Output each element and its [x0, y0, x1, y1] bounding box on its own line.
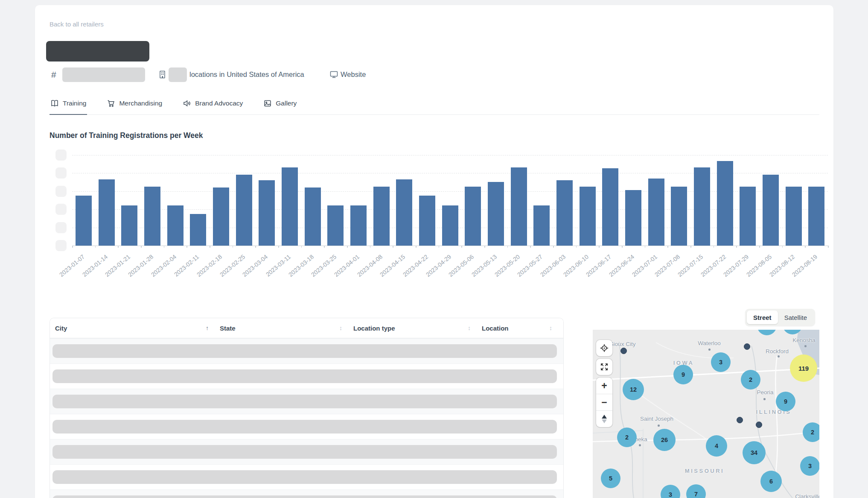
speaker-icon — [183, 99, 191, 108]
plus-icon: + — [601, 381, 607, 391]
bar-2023-06-10[interactable] — [580, 187, 596, 246]
tab-merchandising[interactable]: Merchandising — [106, 98, 163, 115]
map-cluster-2[interactable]: 2 — [803, 422, 819, 442]
sort-icon[interactable]: ↑ — [206, 325, 209, 331]
bar-2023-03-04[interactable] — [259, 180, 275, 246]
bar-2023-03-11[interactable] — [282, 167, 298, 246]
bar-2023-08-19[interactable] — [808, 187, 824, 246]
map-style-toggle: StreetSatellite — [745, 309, 815, 326]
bar-2023-02-18[interactable] — [213, 187, 229, 246]
y-axis-label-redacted — [55, 149, 67, 161]
map-cluster-12[interactable]: 12 — [623, 379, 644, 400]
bar-2023-04-15[interactable] — [396, 179, 412, 246]
map-cluster-9[interactable]: 9 — [776, 392, 795, 411]
bar-2023-07-01[interactable] — [648, 179, 664, 246]
bar-2023-04-29[interactable] — [442, 205, 458, 246]
bar-2023-07-08[interactable] — [671, 187, 687, 246]
sort-icon[interactable]: ↕ — [549, 325, 552, 331]
tab-brand-advocacy[interactable]: Brand Advocacy — [182, 98, 244, 115]
map-cluster-5[interactable]: 5 — [601, 469, 620, 488]
bar-2023-04-01[interactable] — [350, 205, 367, 246]
bar-2023-06-03[interactable] — [556, 180, 573, 246]
map-cluster-3[interactable]: 3 — [800, 456, 819, 476]
sort-icon[interactable]: ↕ — [339, 325, 342, 331]
map-cluster-4[interactable]: 4 — [706, 435, 727, 457]
map-cluster-26[interactable]: 26 — [653, 429, 676, 451]
column-header-city[interactable]: City↑ — [50, 325, 215, 332]
map-cluster-2[interactable]: 2 — [741, 370, 760, 390]
map-zoom-control: +− — [596, 378, 612, 427]
map-label-peoria: Peoria — [757, 389, 773, 395]
map-cluster-119[interactable]: 119 — [790, 354, 817, 382]
sort-icon[interactable]: ↕ — [468, 325, 471, 331]
locate-icon[interactable] — [596, 340, 612, 356]
bar-2023-05-13[interactable] — [488, 182, 504, 246]
table-row[interactable] — [50, 389, 563, 414]
bar-2023-03-18[interactable] — [305, 187, 321, 246]
table-row[interactable] — [50, 439, 563, 464]
bar-2023-02-11[interactable] — [190, 214, 206, 246]
table-row[interactable] — [50, 338, 563, 363]
bar-2023-05-27[interactable] — [533, 205, 550, 246]
location-point-marker[interactable] — [756, 422, 762, 428]
website-link[interactable]: Website — [341, 70, 366, 79]
table-row[interactable] — [50, 489, 563, 498]
x-axis-tick — [759, 246, 760, 248]
fullscreen-icon[interactable] — [596, 359, 612, 375]
table-row[interactable] — [50, 414, 563, 439]
compass-icon — [602, 415, 607, 423]
column-header-location[interactable]: Location↕ — [477, 325, 558, 332]
map-cluster-34[interactable]: 34 — [743, 441, 766, 464]
table-row[interactable] — [50, 464, 563, 489]
location-point-marker[interactable] — [744, 343, 750, 350]
bar-2023-02-25[interactable] — [236, 175, 252, 246]
map-style-satellite-button[interactable]: Satellite — [778, 311, 813, 324]
map-style-street-button[interactable]: Street — [747, 311, 778, 324]
bar-2023-07-29[interactable] — [740, 187, 756, 246]
book-open-icon — [50, 99, 59, 108]
location-point-marker[interactable] — [737, 417, 743, 423]
zoom-in-button[interactable]: + — [596, 378, 612, 394]
map-cluster-6[interactable]: 6 — [760, 471, 782, 492]
column-header-state[interactable]: State↕ — [215, 325, 348, 332]
x-axis-tick — [461, 246, 462, 248]
table-row[interactable] — [50, 363, 563, 389]
bar-2023-01-14[interactable] — [99, 179, 115, 246]
zoom-out-button[interactable]: − — [596, 394, 612, 410]
bar-2023-06-24[interactable] — [625, 190, 641, 246]
bar-2023-08-05[interactable] — [763, 175, 779, 246]
bar-2023-03-25[interactable] — [327, 205, 344, 246]
table-row-redacted — [52, 420, 557, 434]
location-point-marker[interactable] — [620, 348, 627, 354]
x-axis-tick — [507, 246, 508, 248]
compass-button[interactable] — [596, 410, 612, 427]
back-to-all-retailers-link[interactable]: Back to all retailers — [50, 21, 104, 28]
tab-gallery[interactable]: Gallery — [262, 98, 297, 115]
map-cluster-3[interactable]: 3 — [711, 352, 731, 372]
map-fullscreen-control[interactable] — [596, 359, 612, 375]
locations-map[interactable]: Sioux CityWaterlooRockfordKenoshaIOWAPeo… — [593, 330, 819, 498]
map-cluster-2[interactable]: 2 — [617, 428, 637, 447]
bar-2023-05-20[interactable] — [511, 167, 527, 246]
bar-2023-08-12[interactable] — [786, 187, 802, 246]
bar-2023-05-06[interactable] — [465, 187, 481, 246]
map-label-rockford: Rockford — [766, 348, 789, 354]
bar-2023-01-07[interactable] — [76, 196, 92, 246]
column-header-location-type[interactable]: Location type↕ — [348, 325, 477, 332]
bar-2023-04-08[interactable] — [373, 187, 390, 246]
map-cluster-9[interactable]: 9 — [673, 365, 693, 384]
bar-2023-07-22[interactable] — [717, 161, 733, 246]
x-axis-line — [72, 246, 828, 246]
bar-2023-02-04[interactable] — [167, 205, 184, 246]
bar-2023-07-15[interactable] — [694, 167, 710, 246]
bar-2023-06-17[interactable] — [602, 168, 618, 246]
hash-icon: # — [51, 70, 56, 80]
tab-training[interactable]: Training — [50, 98, 87, 115]
tab-label: Brand Advocacy — [195, 100, 243, 107]
image-icon — [263, 99, 272, 108]
city-dot — [804, 345, 807, 347]
bar-2023-01-28[interactable] — [144, 187, 160, 246]
bar-2023-04-22[interactable] — [419, 196, 435, 246]
bar-2023-01-21[interactable] — [121, 205, 137, 246]
map-geolocate-control[interactable] — [596, 340, 612, 356]
